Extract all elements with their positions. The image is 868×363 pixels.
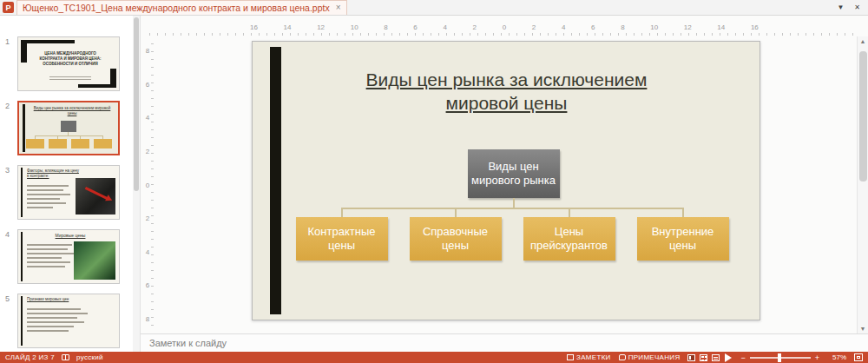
scrollbar-thumb[interactable] (859, 51, 867, 182)
thumbnail-item-4[interactable]: 4 Мировые цены (5, 229, 140, 284)
zoom-in-button[interactable]: + (815, 353, 819, 362)
mini-diagram-box (49, 139, 67, 148)
slide-3-thumbnail[interactable]: Факторы, влияющие на цену в контракте: (17, 165, 120, 220)
status-bar: СЛАЙД 2 ИЗ 7 русский ЗАМЕТКИ ПРИМЕЧАНИЯ … (0, 352, 868, 363)
diagram-root-box[interactable]: Виды цен мирового рынка (468, 149, 560, 198)
slide-indicator[interactable]: СЛАЙД 2 ИЗ 7 (5, 353, 55, 361)
ruler-mark: 2 (473, 23, 477, 31)
slide-editor: 16 14 12 10 8 6 4 2 0 2 4 6 8 10 12 14 1 (141, 16, 868, 352)
theme-stripe (21, 296, 23, 346)
text-line-placeholder (27, 317, 77, 319)
notes-toggle-button[interactable]: ЗАМЕТКИ (567, 353, 611, 361)
thumbnail-item-3[interactable]: 3 Факторы, влияющие на цену в контракте: (5, 165, 140, 220)
comments-toggle-button[interactable]: ПРИМЕЧАНИЯ (619, 353, 681, 361)
language-indicator[interactable]: русский (76, 353, 103, 361)
text-line-placeholder (27, 202, 66, 204)
thumbnail-item-1[interactable]: 1 ЦЕНА МЕЖДУНАРОДНОГО КОНТРАКТА И МИРОВА… (5, 36, 140, 91)
diagram-box-pricelist-prices[interactable]: Цены прейскурантов (523, 217, 615, 261)
ruler-numbers: 16 14 12 10 8 6 4 2 0 2 4 6 8 10 12 14 1 (250, 23, 759, 31)
ruler-mark: 4 (146, 114, 149, 122)
slide-1-thumbnail[interactable]: ЦЕНА МЕЖДУНАРОДНОГО КОНТРАКТА И МИРОВАЯ … (17, 36, 120, 91)
ruler-mark: 0 (146, 182, 149, 189)
thumbnail-title-text: ЦЕНА МЕЖДУНАРОДНОГО КОНТРАКТА И МИРОВАЯ … (34, 51, 107, 67)
text-line-placeholder (27, 198, 60, 200)
slide-2-thumbnail-selected[interactable]: Виды цен рынка за исключением мировой це… (17, 101, 120, 155)
scroll-down-icon[interactable]: ▼ (860, 326, 866, 332)
text-line-placeholder (27, 330, 69, 332)
notes-pane[interactable]: Заметки к слайду (141, 333, 868, 352)
text-line-placeholder (27, 308, 81, 310)
notes-icon (567, 354, 574, 360)
normal-view-button[interactable] (687, 354, 695, 361)
slide-5-thumbnail[interactable]: Признаки мировых цен (17, 294, 120, 348)
zoom-out-button[interactable]: − (740, 353, 745, 362)
zoom-controls: − + (740, 353, 819, 362)
ruler-mark: 16 (250, 23, 258, 31)
slide-sorter-view-button[interactable] (700, 354, 707, 361)
slide-number: 5 (5, 294, 17, 348)
window-close-button[interactable]: ✕ (851, 3, 864, 11)
zoom-slider[interactable] (750, 357, 811, 359)
reading-view-button[interactable] (712, 354, 720, 361)
ruler-mark: 2 (146, 148, 149, 155)
ruler-mark: 2 (146, 214, 149, 222)
dropdown-caret-button[interactable]: ▼ (834, 3, 847, 11)
slide-accent-stripe (270, 47, 281, 314)
status-bar-right: ЗАМЕТКИ ПРИМЕЧАНИЯ − + 57% (567, 353, 863, 362)
slide-number: 1 (5, 36, 17, 91)
slide-canvas[interactable]: Виды цен рынка за исключением мировой це… (155, 36, 857, 333)
zoom-percentage[interactable]: 57% (827, 353, 846, 361)
thumbnail-scrollbar[interactable] (133, 16, 140, 352)
slide-number: 2 (5, 101, 17, 155)
slide-title[interactable]: Виды цен рынка за исключением мировой це… (364, 68, 650, 116)
money-photo-placeholder (74, 241, 115, 280)
thumbnail-scrollbar-thumb[interactable] (134, 17, 139, 191)
diagram-box-contract-prices[interactable]: Контрактные цены (296, 217, 388, 261)
vertical-ruler: 8 6 4 2 0 2 4 6 8 (141, 36, 155, 333)
vertical-scrollbar[interactable]: ▲ ▼ (857, 36, 868, 333)
text-line-placeholder (27, 194, 70, 195)
powerpoint-window: Р Ющенко_ТС1901_Цена международного конт… (0, 0, 868, 363)
thumbnail-title-text: Мировые цены (25, 233, 115, 238)
mini-diagram-root (61, 121, 76, 132)
text-line-placeholder (27, 326, 74, 327)
zoom-slider-thumb[interactable] (778, 353, 781, 362)
ruler-mark: 8 (146, 315, 149, 323)
text-line-placeholder (27, 261, 70, 263)
thumbnail-title-text: Признаки мировых цен (27, 297, 88, 301)
tab-bar: Р Ющенко_ТС1901_Цена международного конт… (0, 0, 868, 16)
thumbnail-item-2[interactable]: 2 Виды цен рынка за исключением мировой … (5, 101, 140, 155)
scroll-up-icon[interactable]: ▲ (860, 38, 866, 44)
horizontal-ruler: 16 14 12 10 8 6 4 2 0 2 4 6 8 10 12 14 1 (141, 23, 868, 36)
diagram-box-internal-prices[interactable]: Внутренние цены (637, 217, 729, 261)
ruler-mark: 6 (413, 23, 417, 31)
slideshow-button[interactable] (725, 353, 732, 362)
ruler-mark: 8 (621, 23, 624, 31)
spellcheck-icon[interactable] (62, 354, 69, 360)
slide-2-editing-surface[interactable]: Виды цен рынка за исключением мировой це… (252, 41, 760, 320)
mini-diagram-box (94, 139, 112, 148)
diagram-connector (569, 208, 570, 217)
ruler-mark: 8 (146, 47, 149, 55)
theme-stripe (21, 168, 23, 217)
slide-4-thumbnail[interactable]: Мировые цены (17, 229, 120, 284)
diagram-connector (341, 208, 343, 217)
mini-diagram-box (71, 139, 89, 148)
tab-close-icon[interactable]: × (336, 3, 341, 12)
thumbnail-subtitle-placeholder (49, 76, 91, 81)
thumbnail-title-text: Виды цен рынка за исключением мировой це… (30, 106, 115, 116)
document-tab[interactable]: Ющенко_ТС1901_Цена международного контра… (16, 0, 347, 15)
ruler-mark: 10 (351, 23, 358, 31)
thumbnail-title-text: Факторы, влияющие на цену в контракте: (27, 168, 81, 178)
diagram-box-reference-prices[interactable]: Справочные цены (410, 217, 502, 261)
diagram-connector (341, 208, 684, 209)
ruler-mark: 14 (717, 23, 725, 31)
fit-slide-to-window-button[interactable] (854, 353, 863, 361)
thumbnail-item-5[interactable]: 5 Признаки мировых цен (5, 294, 140, 348)
mini-diagram-box (26, 139, 44, 148)
text-line-placeholder (27, 257, 62, 259)
text-line-placeholder (27, 207, 53, 208)
ruler-mark: 6 (591, 23, 595, 31)
text-line-placeholder (27, 185, 69, 187)
slide-number: 3 (5, 165, 17, 220)
